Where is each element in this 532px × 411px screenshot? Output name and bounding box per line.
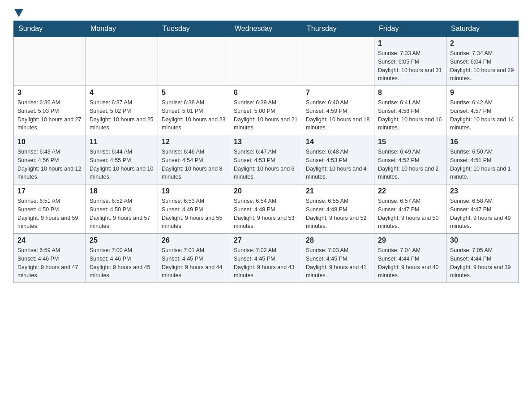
day-number: 6 [234,89,298,97]
weekday-header-monday: Monday [86,21,158,37]
calendar-table: SundayMondayTuesdayWednesdayThursdayFrid… [13,21,519,283]
day-sun-info: Sunrise: 6:47 AM Sunset: 4:53 PM Dayligh… [234,148,298,181]
day-sun-info: Sunrise: 7:05 AM Sunset: 4:44 PM Dayligh… [450,246,515,280]
day-sun-info: Sunrise: 6:42 AM Sunset: 4:57 PM Dayligh… [450,98,515,132]
day-number: 5 [162,89,226,97]
day-number: 16 [450,138,515,146]
calendar-cell: 2Sunrise: 7:34 AM Sunset: 6:04 PM Daylig… [446,37,519,86]
day-sun-info: Sunrise: 7:00 AM Sunset: 4:46 PM Dayligh… [90,246,154,280]
day-number: 4 [90,89,154,97]
day-number: 17 [17,187,82,195]
day-sun-info: Sunrise: 6:51 AM Sunset: 4:50 PM Dayligh… [17,197,82,231]
calendar-cell: 13Sunrise: 6:47 AM Sunset: 4:53 PM Dayli… [230,135,302,184]
day-number: 10 [17,138,82,146]
weekday-header-saturday: Saturday [446,21,519,37]
day-number: 9 [450,89,515,97]
calendar-cell: 28Sunrise: 7:03 AM Sunset: 4:45 PM Dayli… [302,234,374,283]
day-number: 19 [162,187,226,195]
calendar-cell [158,37,230,86]
day-number: 7 [306,89,370,97]
day-number: 12 [162,138,226,146]
calendar-cell: 21Sunrise: 6:55 AM Sunset: 4:48 PM Dayli… [302,184,374,234]
day-number: 22 [378,187,442,195]
day-sun-info: Sunrise: 6:40 AM Sunset: 4:59 PM Dayligh… [306,98,370,132]
day-sun-info: Sunrise: 6:49 AM Sunset: 4:52 PM Dayligh… [378,148,442,181]
calendar-cell: 15Sunrise: 6:49 AM Sunset: 4:52 PM Dayli… [374,135,446,184]
day-sun-info: Sunrise: 6:41 AM Sunset: 4:58 PM Dayligh… [378,98,442,132]
day-sun-info: Sunrise: 6:57 AM Sunset: 4:47 PM Dayligh… [378,197,442,231]
calendar-cell: 19Sunrise: 6:53 AM Sunset: 4:49 PM Dayli… [158,184,230,234]
calendar-cell: 27Sunrise: 7:02 AM Sunset: 4:45 PM Dayli… [230,234,302,283]
day-number: 20 [234,187,298,195]
day-sun-info: Sunrise: 7:01 AM Sunset: 4:45 PM Dayligh… [162,246,226,280]
day-number: 18 [90,187,154,195]
weekday-header-wednesday: Wednesday [230,21,302,37]
calendar-cell: 3Sunrise: 6:36 AM Sunset: 5:03 PM Daylig… [14,86,86,135]
calendar-cell: 7Sunrise: 6:40 AM Sunset: 4:59 PM Daylig… [302,86,374,135]
day-number: 15 [378,138,442,146]
day-sun-info: Sunrise: 6:36 AM Sunset: 5:03 PM Dayligh… [17,98,82,132]
calendar-week-row: 10Sunrise: 6:43 AM Sunset: 4:56 PM Dayli… [14,135,519,184]
day-sun-info: Sunrise: 6:43 AM Sunset: 4:56 PM Dayligh… [17,148,82,181]
weekday-header-tuesday: Tuesday [158,21,230,37]
day-sun-info: Sunrise: 6:46 AM Sunset: 4:54 PM Dayligh… [162,148,226,181]
calendar-cell: 17Sunrise: 6:51 AM Sunset: 4:50 PM Dayli… [14,184,86,234]
calendar-week-row: 3Sunrise: 6:36 AM Sunset: 5:03 PM Daylig… [14,86,519,135]
calendar-cell: 6Sunrise: 6:39 AM Sunset: 5:00 PM Daylig… [230,86,302,135]
day-sun-info: Sunrise: 7:02 AM Sunset: 4:45 PM Dayligh… [234,246,298,280]
day-sun-info: Sunrise: 6:38 AM Sunset: 5:01 PM Dayligh… [162,98,226,132]
calendar-week-row: 1Sunrise: 7:33 AM Sunset: 6:05 PM Daylig… [14,37,519,86]
calendar-cell [14,37,86,86]
day-sun-info: Sunrise: 7:03 AM Sunset: 4:45 PM Dayligh… [306,246,370,280]
day-number: 3 [17,89,82,97]
day-sun-info: Sunrise: 6:58 AM Sunset: 4:47 PM Dayligh… [450,197,515,231]
calendar-cell: 29Sunrise: 7:04 AM Sunset: 4:44 PM Dayli… [374,234,446,283]
calendar-cell: 8Sunrise: 6:41 AM Sunset: 4:58 PM Daylig… [374,86,446,135]
day-sun-info: Sunrise: 6:50 AM Sunset: 4:51 PM Dayligh… [450,148,515,181]
day-sun-info: Sunrise: 6:44 AM Sunset: 4:55 PM Dayligh… [90,148,154,181]
calendar-cell: 18Sunrise: 6:52 AM Sunset: 4:50 PM Dayli… [86,184,158,234]
calendar-cell: 26Sunrise: 7:01 AM Sunset: 4:45 PM Dayli… [158,234,230,283]
day-sun-info: Sunrise: 6:52 AM Sunset: 4:50 PM Dayligh… [90,197,154,231]
day-number: 23 [450,187,515,195]
calendar-week-row: 17Sunrise: 6:51 AM Sunset: 4:50 PM Dayli… [14,184,519,234]
logo [13,9,24,16]
calendar-cell: 12Sunrise: 6:46 AM Sunset: 4:54 PM Dayli… [158,135,230,184]
day-number: 2 [450,39,515,47]
weekday-header-sunday: Sunday [14,21,86,37]
calendar-cell: 16Sunrise: 6:50 AM Sunset: 4:51 PM Dayli… [446,135,519,184]
calendar-cell: 1Sunrise: 7:33 AM Sunset: 6:05 PM Daylig… [374,37,446,86]
day-number: 28 [306,236,370,244]
day-number: 11 [90,138,154,146]
day-number: 25 [90,236,154,244]
calendar-cell: 23Sunrise: 6:58 AM Sunset: 4:47 PM Dayli… [446,184,519,234]
day-number: 1 [378,39,442,47]
page-header [13,9,519,16]
day-number: 14 [306,138,370,146]
calendar-cell: 22Sunrise: 6:57 AM Sunset: 4:47 PM Dayli… [374,184,446,234]
day-sun-info: Sunrise: 6:39 AM Sunset: 5:00 PM Dayligh… [234,98,298,132]
day-number: 24 [17,236,82,244]
day-number: 27 [234,236,298,244]
day-sun-info: Sunrise: 6:53 AM Sunset: 4:49 PM Dayligh… [162,197,226,231]
calendar-cell: 14Sunrise: 6:48 AM Sunset: 4:53 PM Dayli… [302,135,374,184]
calendar-week-row: 24Sunrise: 6:59 AM Sunset: 4:46 PM Dayli… [14,234,519,283]
calendar-cell: 9Sunrise: 6:42 AM Sunset: 4:57 PM Daylig… [446,86,519,135]
day-number: 26 [162,236,226,244]
calendar-cell: 30Sunrise: 7:05 AM Sunset: 4:44 PM Dayli… [446,234,519,283]
calendar-header-row: SundayMondayTuesdayWednesdayThursdayFrid… [14,21,519,37]
day-sun-info: Sunrise: 7:34 AM Sunset: 6:04 PM Dayligh… [450,49,515,83]
calendar-cell: 24Sunrise: 6:59 AM Sunset: 4:46 PM Dayli… [14,234,86,283]
day-number: 30 [450,236,515,244]
day-sun-info: Sunrise: 7:04 AM Sunset: 4:44 PM Dayligh… [378,246,442,280]
day-number: 8 [378,89,442,97]
calendar-cell: 10Sunrise: 6:43 AM Sunset: 4:56 PM Dayli… [14,135,86,184]
calendar-cell: 4Sunrise: 6:37 AM Sunset: 5:02 PM Daylig… [86,86,158,135]
weekday-header-friday: Friday [374,21,446,37]
day-sun-info: Sunrise: 6:54 AM Sunset: 4:48 PM Dayligh… [234,197,298,231]
day-number: 13 [234,138,298,146]
day-sun-info: Sunrise: 6:59 AM Sunset: 4:46 PM Dayligh… [17,246,82,280]
day-sun-info: Sunrise: 6:37 AM Sunset: 5:02 PM Dayligh… [90,98,154,132]
calendar-cell: 11Sunrise: 6:44 AM Sunset: 4:55 PM Dayli… [86,135,158,184]
weekday-header-thursday: Thursday [302,21,374,37]
